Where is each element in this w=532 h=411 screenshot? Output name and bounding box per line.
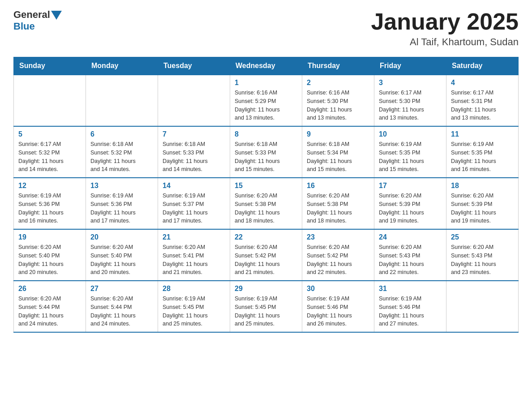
day-number: 15 xyxy=(235,182,297,190)
day-number: 24 xyxy=(379,233,442,241)
week-row-4: 19Sunrise: 6:20 AM Sunset: 5:40 PM Dayli… xyxy=(14,229,519,281)
calendar-cell: 29Sunrise: 6:19 AM Sunset: 5:45 PM Dayli… xyxy=(230,281,302,332)
day-number: 6 xyxy=(90,130,153,138)
calendar-cell xyxy=(86,75,158,126)
day-info: Sunrise: 6:20 AM Sunset: 5:44 PM Dayligh… xyxy=(90,295,153,328)
day-number: 17 xyxy=(379,182,442,190)
day-info: Sunrise: 6:19 AM Sunset: 5:35 PM Dayligh… xyxy=(379,140,442,174)
day-info: Sunrise: 6:20 AM Sunset: 5:38 PM Dayligh… xyxy=(307,192,369,225)
day-number: 11 xyxy=(451,130,514,138)
day-number: 16 xyxy=(307,182,369,190)
day-info: Sunrise: 6:20 AM Sunset: 5:40 PM Dayligh… xyxy=(18,243,81,277)
day-info: Sunrise: 6:20 AM Sunset: 5:42 PM Dayligh… xyxy=(235,243,297,277)
day-info: Sunrise: 6:18 AM Sunset: 5:33 PM Dayligh… xyxy=(163,140,225,174)
week-row-2: 5Sunrise: 6:17 AM Sunset: 5:32 PM Daylig… xyxy=(14,126,519,178)
day-info: Sunrise: 6:20 AM Sunset: 5:39 PM Dayligh… xyxy=(451,192,514,225)
day-info: Sunrise: 6:20 AM Sunset: 5:43 PM Dayligh… xyxy=(451,243,514,277)
calendar-cell: 13Sunrise: 6:19 AM Sunset: 5:36 PM Dayli… xyxy=(86,178,158,229)
day-info: Sunrise: 6:19 AM Sunset: 5:45 PM Dayligh… xyxy=(235,295,297,328)
calendar-cell: 14Sunrise: 6:19 AM Sunset: 5:37 PM Dayli… xyxy=(158,178,230,229)
calendar-cell xyxy=(158,75,230,126)
week-row-5: 26Sunrise: 6:20 AM Sunset: 5:44 PM Dayli… xyxy=(14,281,519,332)
calendar-cell: 2Sunrise: 6:16 AM Sunset: 5:30 PM Daylig… xyxy=(302,75,374,126)
calendar-cell: 26Sunrise: 6:20 AM Sunset: 5:44 PM Dayli… xyxy=(14,281,86,332)
day-info: Sunrise: 6:19 AM Sunset: 5:46 PM Dayligh… xyxy=(379,295,442,328)
calendar-cell: 16Sunrise: 6:20 AM Sunset: 5:38 PM Dayli… xyxy=(302,178,374,229)
calendar-table: SundayMondayTuesdayWednesdayThursdayFrid… xyxy=(13,57,519,333)
weekday-header-friday: Friday xyxy=(374,57,446,75)
weekday-header-monday: Monday xyxy=(86,57,158,75)
day-info: Sunrise: 6:19 AM Sunset: 5:37 PM Dayligh… xyxy=(163,192,225,225)
day-number: 25 xyxy=(451,233,514,241)
day-number: 9 xyxy=(307,130,369,138)
calendar-cell: 17Sunrise: 6:20 AM Sunset: 5:39 PM Dayli… xyxy=(374,178,446,229)
day-number: 26 xyxy=(18,285,81,293)
calendar-cell: 1Sunrise: 6:16 AM Sunset: 5:29 PM Daylig… xyxy=(230,75,302,126)
weekday-header-thursday: Thursday xyxy=(302,57,374,75)
calendar-cell: 4Sunrise: 6:17 AM Sunset: 5:31 PM Daylig… xyxy=(446,75,519,126)
calendar-cell: 10Sunrise: 6:19 AM Sunset: 5:35 PM Dayli… xyxy=(374,126,446,178)
calendar-cell: 25Sunrise: 6:20 AM Sunset: 5:43 PM Dayli… xyxy=(446,229,519,281)
day-info: Sunrise: 6:18 AM Sunset: 5:33 PM Dayligh… xyxy=(235,140,297,174)
page-header: General Blue January 2025 Al Taif, Khart… xyxy=(13,9,519,48)
day-info: Sunrise: 6:16 AM Sunset: 5:30 PM Dayligh… xyxy=(307,89,369,122)
day-number: 31 xyxy=(379,285,442,293)
day-number: 30 xyxy=(307,285,369,293)
day-number: 23 xyxy=(307,233,369,241)
day-info: Sunrise: 6:19 AM Sunset: 5:36 PM Dayligh… xyxy=(18,192,81,225)
day-info: Sunrise: 6:20 AM Sunset: 5:40 PM Dayligh… xyxy=(90,243,153,277)
day-number: 3 xyxy=(379,79,442,87)
calendar-cell: 18Sunrise: 6:20 AM Sunset: 5:39 PM Dayli… xyxy=(446,178,519,229)
day-number: 5 xyxy=(18,130,81,138)
day-info: Sunrise: 6:16 AM Sunset: 5:29 PM Dayligh… xyxy=(235,89,297,122)
title-section: January 2025 Al Taif, Khartoum, Sudan xyxy=(371,9,519,48)
day-info: Sunrise: 6:19 AM Sunset: 5:45 PM Dayligh… xyxy=(163,295,225,328)
week-row-3: 12Sunrise: 6:19 AM Sunset: 5:36 PM Dayli… xyxy=(14,178,519,229)
calendar-cell: 24Sunrise: 6:20 AM Sunset: 5:43 PM Dayli… xyxy=(374,229,446,281)
day-number: 12 xyxy=(18,182,81,190)
day-number: 19 xyxy=(18,233,81,241)
calendar-cell: 23Sunrise: 6:20 AM Sunset: 5:42 PM Dayli… xyxy=(302,229,374,281)
day-info: Sunrise: 6:17 AM Sunset: 5:32 PM Dayligh… xyxy=(18,140,81,174)
calendar-cell: 5Sunrise: 6:17 AM Sunset: 5:32 PM Daylig… xyxy=(14,126,86,178)
weekday-header-row: SundayMondayTuesdayWednesdayThursdayFrid… xyxy=(14,57,519,75)
day-info: Sunrise: 6:19 AM Sunset: 5:36 PM Dayligh… xyxy=(90,192,153,225)
calendar-cell: 9Sunrise: 6:18 AM Sunset: 5:34 PM Daylig… xyxy=(302,126,374,178)
day-number: 28 xyxy=(163,285,225,293)
day-info: Sunrise: 6:20 AM Sunset: 5:41 PM Dayligh… xyxy=(163,243,225,277)
day-info: Sunrise: 6:19 AM Sunset: 5:35 PM Dayligh… xyxy=(451,140,514,174)
calendar-cell: 6Sunrise: 6:18 AM Sunset: 5:32 PM Daylig… xyxy=(86,126,158,178)
day-info: Sunrise: 6:20 AM Sunset: 5:42 PM Dayligh… xyxy=(307,243,369,277)
weekday-header-wednesday: Wednesday xyxy=(230,57,302,75)
calendar-cell: 27Sunrise: 6:20 AM Sunset: 5:44 PM Dayli… xyxy=(86,281,158,332)
day-number: 20 xyxy=(90,233,153,241)
day-number: 18 xyxy=(451,182,514,190)
weekday-header-sunday: Sunday xyxy=(14,57,86,75)
day-info: Sunrise: 6:20 AM Sunset: 5:44 PM Dayligh… xyxy=(18,295,81,328)
month-title: January 2025 xyxy=(371,9,519,34)
day-info: Sunrise: 6:20 AM Sunset: 5:43 PM Dayligh… xyxy=(379,243,442,277)
logo-general-text: General xyxy=(13,9,50,21)
day-number: 27 xyxy=(90,285,153,293)
calendar-cell: 15Sunrise: 6:20 AM Sunset: 5:38 PM Dayli… xyxy=(230,178,302,229)
calendar-cell: 28Sunrise: 6:19 AM Sunset: 5:45 PM Dayli… xyxy=(158,281,230,332)
day-number: 1 xyxy=(235,79,297,87)
calendar-cell: 19Sunrise: 6:20 AM Sunset: 5:40 PM Dayli… xyxy=(14,229,86,281)
calendar-cell: 21Sunrise: 6:20 AM Sunset: 5:41 PM Dayli… xyxy=(158,229,230,281)
calendar-cell: 3Sunrise: 6:17 AM Sunset: 5:30 PM Daylig… xyxy=(374,75,446,126)
day-number: 29 xyxy=(235,285,297,293)
day-number: 21 xyxy=(163,233,225,241)
logo-triangle-icon xyxy=(51,11,62,20)
day-info: Sunrise: 6:20 AM Sunset: 5:39 PM Dayligh… xyxy=(379,192,442,225)
day-number: 13 xyxy=(90,182,153,190)
day-info: Sunrise: 6:17 AM Sunset: 5:31 PM Dayligh… xyxy=(451,89,514,122)
calendar-cell: 11Sunrise: 6:19 AM Sunset: 5:35 PM Dayli… xyxy=(446,126,519,178)
calendar-cell: 31Sunrise: 6:19 AM Sunset: 5:46 PM Dayli… xyxy=(374,281,446,332)
calendar-cell: 20Sunrise: 6:20 AM Sunset: 5:40 PM Dayli… xyxy=(86,229,158,281)
logo-blue-text: Blue xyxy=(13,21,35,32)
day-number: 4 xyxy=(451,79,514,87)
day-number: 7 xyxy=(163,130,225,138)
logo: General Blue xyxy=(13,9,62,32)
calendar-cell: 12Sunrise: 6:19 AM Sunset: 5:36 PM Dayli… xyxy=(14,178,86,229)
calendar-cell: 8Sunrise: 6:18 AM Sunset: 5:33 PM Daylig… xyxy=(230,126,302,178)
